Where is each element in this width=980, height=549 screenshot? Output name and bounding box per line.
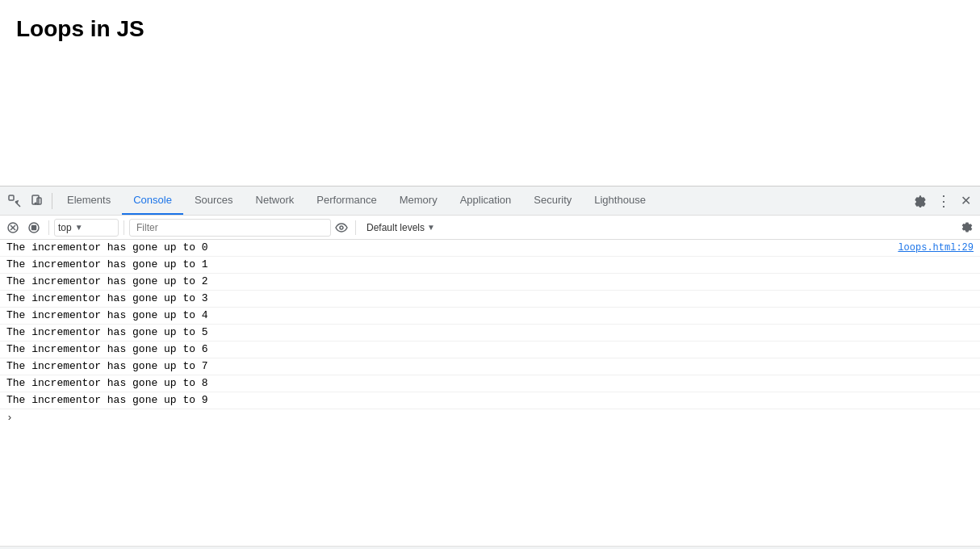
table-row: The incrementor has gone up to 3 [0,291,980,308]
device-toolbar-button[interactable] [26,190,48,212]
devtools-bottom-bar [0,546,980,549]
toolbar-divider2 [124,220,124,235]
tab-sources[interactable]: Sources [183,186,245,215]
console-toolbar-right [957,218,977,237]
table-row: The incrementor has gone up to 0 loops.h… [0,240,980,257]
context-dropdown-arrow: ▼ [75,223,83,232]
log-text-4: The incrementor has gone up to 4 [6,308,974,323]
table-row: The incrementor has gone up to 9 [0,392,980,409]
clear-console-button[interactable] [3,218,23,237]
console-prompt-line[interactable]: › [0,409,980,425]
log-text-2: The incrementor has gone up to 2 [6,274,974,289]
console-settings-button[interactable] [957,218,977,237]
inspect-element-button[interactable] [3,190,26,212]
topbar-divider [52,193,52,209]
log-source-link[interactable]: loops.html:29 [898,241,974,255]
devtools-panel: Elements Console Sources Network Perform… [0,186,980,549]
table-row: The incrementor has gone up to 8 [0,375,980,392]
context-value: top [58,222,72,233]
log-text-9: The incrementor has gone up to 9 [6,393,974,408]
console-filter-input[interactable] [129,219,331,237]
table-row: The incrementor has gone up to 7 [0,358,980,375]
console-toolbar: top ▼ Default levels ▼ [0,216,980,240]
prompt-chevron: › [6,412,13,424]
tab-performance[interactable]: Performance [305,186,387,215]
devtools-tabs: Elements Console Sources Network Perform… [56,186,909,215]
log-text-3: The incrementor has gone up to 3 [6,291,974,306]
more-options-button[interactable]: ⋮ [932,190,954,212]
toolbar-divider [48,220,49,235]
table-row: The incrementor has gone up to 2 [0,274,980,291]
svg-point-3 [35,203,36,204]
table-row: The incrementor has gone up to 1 [0,257,980,274]
page-content: Loops in JS [0,0,980,186]
log-text-6: The incrementor has gone up to 6 [6,342,974,357]
log-text-0: The incrementor has gone up to 0 [6,241,898,255]
tab-lighthouse[interactable]: Lighthouse [583,186,657,215]
table-row: The incrementor has gone up to 4 [0,308,980,325]
stop-button[interactable] [24,218,44,237]
page-title: Loops in JS [16,16,964,42]
log-text-5: The incrementor has gone up to 5 [6,325,974,340]
svg-rect-8 [32,225,36,229]
console-context-select[interactable]: top ▼ [54,219,119,237]
table-row: The incrementor has gone up to 5 [0,325,980,342]
console-output[interactable]: The incrementor has gone up to 0 loops.h… [0,240,980,546]
tab-console[interactable]: Console [122,186,183,215]
toolbar-divider3 [355,220,356,235]
devtools-topbar-right: ⋮ ✕ [909,190,977,212]
levels-label: Default levels [366,222,425,233]
log-text-7: The incrementor has gone up to 7 [6,359,974,374]
log-text-8: The incrementor has gone up to 8 [6,376,974,391]
levels-arrow: ▼ [427,223,435,232]
tab-network[interactable]: Network [245,186,306,215]
eye-button[interactable] [333,219,350,237]
svg-point-9 [340,226,343,229]
close-devtools-button[interactable]: ✕ [954,190,977,212]
tab-memory[interactable]: Memory [388,186,449,215]
tab-elements[interactable]: Elements [56,186,122,215]
log-text-1: The incrementor has gone up to 1 [6,258,974,272]
svg-rect-0 [9,195,14,200]
devtools-topbar: Elements Console Sources Network Perform… [0,186,980,216]
settings-button[interactable] [909,190,932,212]
tab-security[interactable]: Security [522,186,583,215]
tab-application[interactable]: Application [449,186,523,215]
default-levels-button[interactable]: Default levels ▼ [361,219,441,237]
table-row: The incrementor has gone up to 6 [0,342,980,358]
